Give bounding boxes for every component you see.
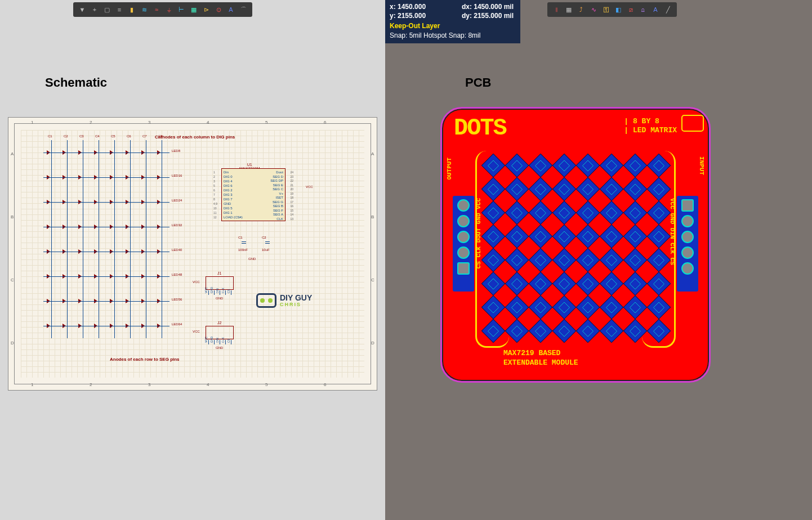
coord-layer: Keep-Out Layer — [390, 21, 514, 30]
tb-filter-icon[interactable]: ▼ — [77, 4, 88, 15]
header-j1: J1 VCCGNDDINCLKCSVCC — [206, 276, 234, 290]
tb-arc-icon[interactable]: ⌒ — [238, 4, 249, 15]
diy-logo: DIY GUY CHRIS — [256, 286, 341, 315]
led-device — [106, 264, 122, 289]
ruler-row: C — [371, 277, 374, 283]
vcc-label: VCC — [306, 185, 313, 189]
led-row-label: LED24 — [172, 199, 182, 223]
tb-port-icon[interactable]: ⊳ — [200, 4, 212, 15]
led-device — [122, 239, 138, 264]
led-col-label: C6 — [127, 135, 131, 138]
tb-wire-icon[interactable]: ≈ — [151, 4, 162, 15]
led-device — [122, 190, 138, 214]
led-device — [59, 289, 75, 313]
ruler-col: 6 — [324, 120, 326, 125]
led-device — [122, 289, 138, 313]
led-device — [43, 190, 59, 214]
tb-bus-icon[interactable]: ▦ — [188, 4, 199, 15]
ic-pin-left: LOAD (CS#) — [224, 216, 243, 219]
ruler-col: 3 — [148, 382, 150, 387]
tb-place-icon[interactable]: + — [89, 4, 100, 15]
led-device — [138, 165, 154, 190]
ruler-col: 4 — [207, 120, 209, 125]
led-device — [59, 313, 75, 338]
schematic-pane[interactable]: ▼ + ▢ ≡ ▮ ≋ ≈ ⏚ ⊢ ▦ ⊳ ⊙ A ⌒ Schematic Ca… — [0, 0, 385, 520]
tb-text-icon[interactable]: A — [225, 4, 237, 15]
tb-key-icon[interactable]: ⚿ — [600, 4, 612, 15]
led-col-label: C2 — [64, 135, 68, 138]
led-row-label: LED56 — [172, 298, 182, 322]
pcb-led-pad — [576, 295, 600, 319]
tb-gnd-icon[interactable]: ⏚ — [163, 4, 175, 15]
tb-via-icon[interactable]: ∿ — [588, 4, 599, 15]
led-device — [106, 140, 122, 165]
led-device — [154, 214, 169, 239]
pcb-canvas[interactable]: DOTS | 8 BY 8 | LED MATRIX OUTPUT INPUT … — [440, 107, 711, 383]
pcb-subtitle: | 8 BY 8 | LED MATRIX — [624, 117, 677, 135]
led-device — [91, 140, 106, 165]
pcb-logo-outline — [681, 115, 704, 132]
ic-pin-right: SEG A — [273, 213, 283, 216]
ic-pin-right: SEG E — [273, 183, 283, 187]
pcb-trace-right — [642, 151, 676, 348]
tb-warn-icon[interactable]: ⊙ — [213, 4, 224, 15]
tb-align-icon[interactable]: ≡ — [114, 4, 125, 15]
ic-pin-left: DIG 3 — [224, 193, 233, 196]
led-device — [138, 264, 154, 289]
pcb-led-pad — [600, 201, 623, 225]
tb-dim-icon[interactable]: ◧ — [613, 4, 624, 15]
ic-pin-right: SEG DP — [270, 179, 283, 182]
schematic-note-top: Cathodes of each column to DIG pins — [155, 135, 235, 140]
ruler-col: 1 — [31, 382, 33, 387]
pcb-led-pad — [552, 177, 576, 201]
led-device — [106, 239, 122, 264]
led-device — [59, 165, 75, 190]
ruler-col: 5 — [265, 382, 267, 387]
tb-text-icon[interactable]: A — [650, 4, 661, 15]
tb-route-icon[interactable]: ⤴ — [575, 4, 587, 15]
tb-line-icon[interactable]: ╱ — [662, 4, 673, 15]
led-device — [75, 214, 91, 239]
ruler-row: D — [371, 340, 374, 346]
pcb-led-pad — [576, 225, 600, 248]
tb-comp-icon[interactable]: ▮ — [126, 4, 137, 15]
ruler-col: 1 — [31, 120, 33, 125]
pcb-led-pad — [600, 177, 623, 201]
cap-c2: C2 10uF — [262, 236, 273, 253]
ruler-row: D — [11, 340, 14, 346]
pcb-led-pad — [529, 319, 552, 343]
tb-split-icon[interactable]: ⧄ — [625, 4, 636, 15]
led-device — [122, 264, 138, 289]
pcb-trace-left — [475, 151, 509, 348]
pcb-pane[interactable]: x: 1450.000 dx: 1450.000 mil y: 2155.000… — [385, 0, 812, 520]
coord-y: y: 2155.000 — [390, 11, 426, 20]
led-col-label: C3 — [79, 135, 84, 138]
pcb-connector-right — [677, 196, 698, 292]
led-device — [75, 140, 91, 165]
ic-pin-right: V+ — [279, 192, 283, 195]
pcb-led-pad — [600, 272, 623, 295]
tb-select-icon[interactable]: ▢ — [101, 4, 113, 15]
led-device — [154, 289, 169, 313]
schematic-canvas[interactable]: Cathodes of each column to DIG pins Anod… — [8, 117, 377, 391]
pcb-led-pad — [552, 248, 576, 272]
schematic-note-bottom: Anodes of each row to SEG pins — [110, 357, 180, 362]
led-device — [138, 140, 154, 165]
ic-u1: U1MAX7219M Din1DIG 02DIG 43DIG 65DIG 26D… — [211, 164, 296, 222]
led-device — [75, 313, 91, 338]
pcb-led-pad — [576, 154, 600, 177]
led-device — [122, 165, 138, 190]
ruler-row: B — [371, 214, 374, 219]
led-col-label: C1 — [48, 135, 52, 138]
ic-pin-left: GND — [224, 202, 231, 205]
tb-box-icon[interactable]: ⩍ — [637, 4, 649, 15]
tb-layers-icon[interactable]: ⫴ — [551, 4, 562, 15]
led-device — [59, 190, 75, 214]
led-device — [91, 214, 106, 239]
led-device — [91, 264, 106, 289]
tb-measure-icon[interactable]: ⊢ — [176, 4, 187, 15]
pcb-heading: PCB — [465, 75, 491, 90]
tb-comp-icon[interactable]: ▦ — [563, 4, 574, 15]
tb-net-icon[interactable]: ≋ — [139, 4, 150, 15]
led-device — [91, 289, 106, 313]
